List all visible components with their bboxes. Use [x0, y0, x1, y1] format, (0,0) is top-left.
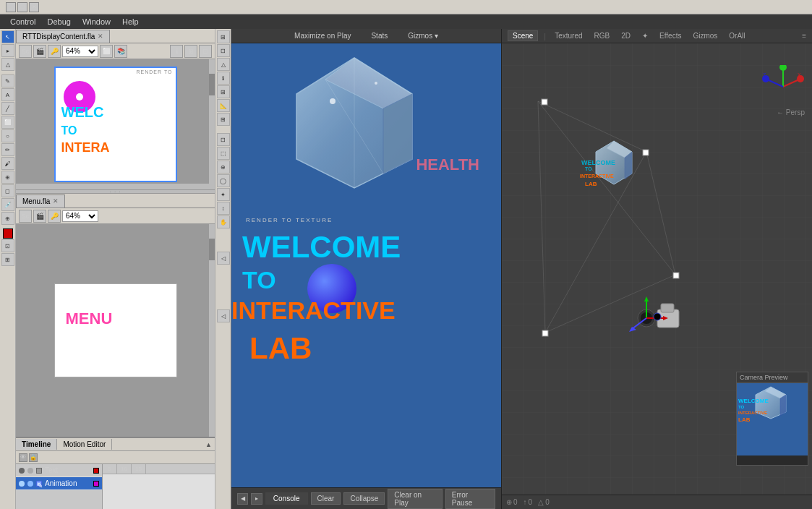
ice-cube-svg	[282, 43, 427, 210]
menu-debug[interactable]: Debug	[43, 17, 74, 27]
flash-props-btn[interactable]: ⊞	[184, 45, 197, 58]
maximize-button[interactable]: □	[17, 2, 27, 12]
rtool-10[interactable]: ⊕	[217, 161, 230, 174]
tool-warning[interactable]: △	[1, 58, 14, 71]
tab-motion-editor[interactable]: Motion Editor	[57, 439, 112, 450]
scrollbar-thumb-bottom[interactable]	[209, 239, 215, 260]
rtool-3[interactable]: △	[217, 58, 230, 71]
rtool-11[interactable]: ◯	[217, 174, 230, 187]
minimize-button[interactable]: _	[6, 2, 16, 12]
svg-point-6	[375, 82, 377, 85]
scrollbar-v-bottom[interactable]	[209, 224, 215, 437]
rtool-8[interactable]: ⊡	[217, 133, 230, 146]
console-tab[interactable]: Console	[265, 492, 308, 505]
menu-control[interactable]: Control	[6, 17, 40, 27]
timeline-frames-area[interactable]: 5 10 15	[103, 464, 215, 509]
flash-icon3[interactable]: 🔑	[48, 45, 61, 58]
gizmos-scene-btn[interactable]: Gizmos	[690, 31, 720, 40]
tool-zoom[interactable]: ⊕	[1, 212, 14, 225]
layer-pencil-anim: ✎	[36, 481, 42, 487]
timeline-lock-btn[interactable]: 🔒	[29, 453, 38, 462]
flash-lib-btn[interactable]: 📚	[114, 45, 127, 58]
tool-line[interactable]: ╱	[1, 102, 14, 115]
menu-window[interactable]: Window	[78, 17, 115, 27]
scene-header: Scene | Textured RGB 2D ✦ Effects Gizmos…	[502, 29, 812, 43]
timeline-eye-btn[interactable]: 👁	[19, 453, 27, 462]
flash-icon3b[interactable]: 🔑	[48, 210, 61, 223]
effects-btn[interactable]: Effects	[657, 31, 684, 40]
flash-view-btn[interactable]: ⬜	[100, 45, 113, 58]
tool-eraser[interactable]: ◻	[1, 184, 14, 197]
console-icon-left[interactable]: ◀	[237, 493, 248, 505]
flash-grid-btn[interactable]: ⊡	[199, 45, 212, 58]
tool-text[interactable]: A	[1, 88, 14, 101]
timeline-content: Text ✎ Animation	[16, 464, 215, 509]
flash-tab-rtt[interactable]: RTTDisplayContent.fla ✕	[16, 30, 110, 43]
tool-fill[interactable]: ⊕	[1, 171, 14, 184]
console-icon-right[interactable]: ▸	[251, 493, 262, 505]
close-button[interactable]: ✕	[29, 2, 39, 12]
stats-btn[interactable]: Stats	[367, 31, 392, 40]
zoom-selector-bottom[interactable]: 64%	[62, 210, 98, 222]
clear-button[interactable]: Clear	[311, 492, 341, 505]
svg-rect-17	[542, 330, 548, 336]
rtool-9[interactable]: ⬚	[217, 147, 230, 160]
rtool-6[interactable]: 📐	[217, 99, 230, 112]
scene-header-right-icon[interactable]: ≡	[802, 32, 806, 40]
scene-lab-label: LAB	[585, 181, 597, 187]
tool-misc2[interactable]: ⊞	[1, 253, 14, 266]
tool-oval[interactable]: ○	[1, 129, 14, 142]
error-pause-button[interactable]: Error Pause	[445, 489, 495, 509]
flash-icon2b[interactable]: 🎬	[33, 210, 46, 223]
tab-timeline[interactable]: Timeline	[16, 439, 57, 450]
collapse-button[interactable]: Collapse	[343, 492, 385, 505]
orall-btn[interactable]: OrAll	[726, 31, 748, 40]
color-swatch-red[interactable]	[3, 228, 13, 239]
flash-tab-menu[interactable]: Menu.fla ✕	[16, 194, 65, 208]
maximize-play-btn[interactable]: Maximize on Play	[290, 31, 355, 40]
tool-pencil[interactable]: ✏	[1, 143, 14, 156]
scrollbar-h-top[interactable]	[16, 184, 209, 189]
rgb-btn[interactable]: RGB	[591, 31, 613, 40]
star-btn[interactable]: ✦	[639, 31, 651, 40]
scrollbar-v-top[interactable]	[209, 59, 215, 189]
rtool-1[interactable]: ⊞	[217, 30, 230, 43]
tool-brush[interactable]: 🖌	[1, 157, 14, 170]
close-tab-menu[interactable]: ✕	[53, 197, 59, 205]
rtool-12[interactable]: ✦	[217, 188, 230, 201]
layer-text[interactable]: Text	[16, 464, 102, 477]
rtool-7[interactable]: ⊞	[217, 113, 230, 126]
timeline-expand-btn[interactable]: ▲	[202, 441, 215, 448]
tool-eyedrop[interactable]: 💉	[1, 198, 14, 211]
tool-pen[interactable]: ✎	[1, 74, 14, 87]
rtool-scroll[interactable]: ↕	[217, 202, 230, 215]
flash-icon1b[interactable]: Sc	[19, 210, 32, 223]
tool-rect[interactable]: ⬜	[1, 116, 14, 129]
tool-misc1[interactable]: ⊡	[1, 239, 14, 252]
scene-3d-view[interactable]: WELCOME TO INTERACTIVE LAB	[502, 43, 812, 495]
tool-subselect[interactable]: ▸	[1, 44, 14, 57]
timeline-panel: Timeline Motion Editor ▲ 👁 🔒	[16, 437, 215, 509]
layer-animation[interactable]: ✎ Animation	[16, 477, 102, 490]
clear-play-button[interactable]: Clear on Play	[388, 489, 443, 509]
rtool-2[interactable]: ⊡	[217, 44, 230, 57]
textured-btn[interactable]: Textured	[552, 31, 585, 40]
rtool-expand[interactable]: ◁	[217, 252, 230, 265]
flash-icon2[interactable]: 🎬	[33, 45, 46, 58]
flash-icon1[interactable]: Sc	[19, 45, 32, 58]
tool-arrow[interactable]: ↖	[1, 30, 14, 43]
scene-tab[interactable]: Scene	[508, 30, 538, 41]
camera-preview-panel: Camera Preview	[736, 372, 808, 466]
rtool-expand2[interactable]: ◁	[217, 309, 230, 322]
to-text-main: TO	[242, 266, 276, 294]
scrollbar-thumb-top[interactable]	[209, 74, 215, 95]
close-tab-rtt[interactable]: ✕	[98, 33, 103, 40]
rtool-4[interactable]: ℹ	[217, 72, 230, 85]
rtool-hand[interactable]: ✋	[217, 215, 230, 228]
flash-info-btn[interactable]: ℹ	[170, 45, 183, 58]
2d-btn[interactable]: 2D	[618, 31, 633, 40]
zoom-selector-top[interactable]: 64%	[62, 46, 98, 57]
rtool-5[interactable]: ⊞	[217, 85, 230, 98]
menu-help[interactable]: Help	[118, 17, 143, 27]
gizmos-btn[interactable]: Gizmos ▾	[403, 31, 443, 40]
